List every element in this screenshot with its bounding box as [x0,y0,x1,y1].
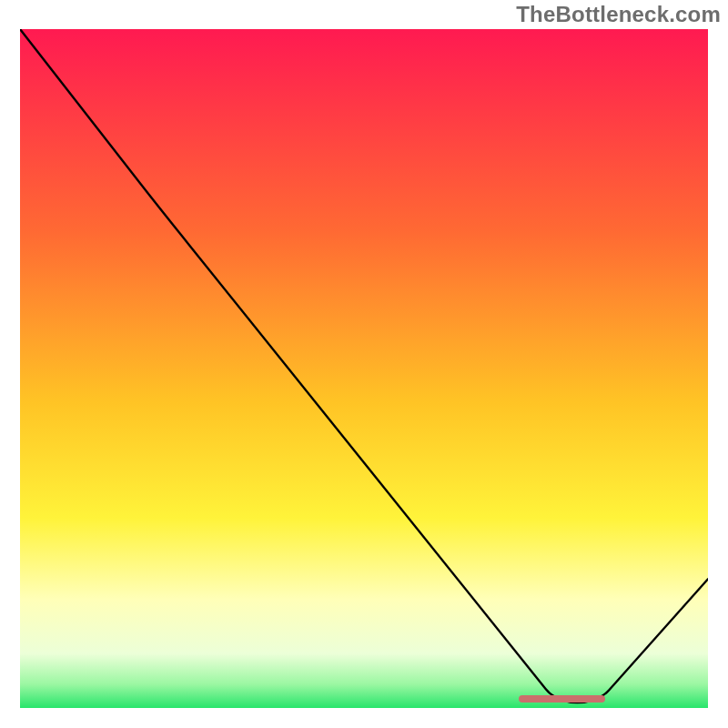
chart-plot-area [20,29,708,708]
chart-background-gradient [20,29,708,708]
chart-stage: TheBottleneck.com [0,0,728,728]
watermark-text: TheBottleneck.com [516,2,721,27]
optimal-range-marker [519,695,605,703]
chart-svg [20,29,708,708]
